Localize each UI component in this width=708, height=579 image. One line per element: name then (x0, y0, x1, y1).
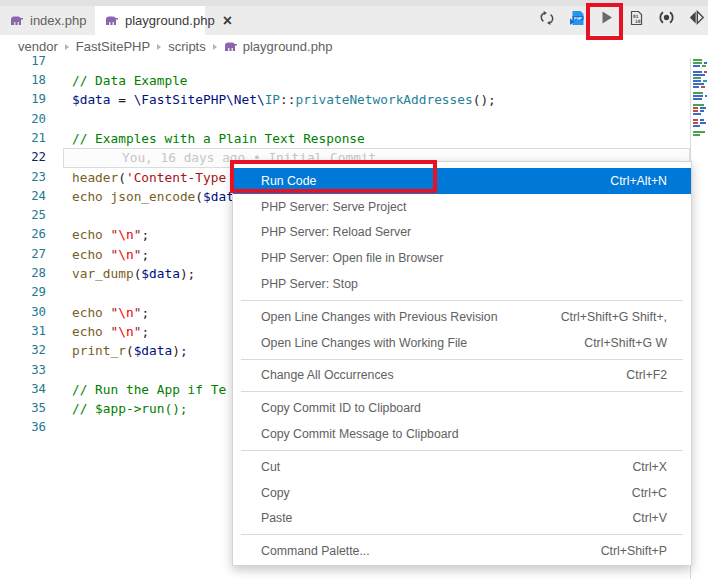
php-file-icon (105, 15, 119, 27)
line-number: 23 (0, 168, 46, 187)
line-content: // Data Example (72, 71, 188, 90)
menu-item-label: Copy Commit Message to Clipboard (261, 427, 459, 441)
line-number: 21 (0, 129, 46, 148)
menu-item-label: PHP Server: Open file in Browser (261, 251, 443, 265)
line-number: 36 (0, 418, 46, 437)
menu-item-copy-commit-id-to-clipboard[interactable]: Copy Commit ID to Clipboard (233, 395, 691, 421)
php-file-icon (224, 41, 238, 53)
menu-separator (241, 391, 683, 392)
line-number: 33 (0, 361, 46, 380)
line-number: 17 (0, 52, 46, 71)
menu-item-shortcut: Ctrl+Shift+P (601, 544, 667, 558)
line-number: 31 (0, 322, 46, 341)
context-menu: Run CodeCtrl+Alt+NPHP Server: Serve Proj… (232, 161, 692, 566)
chevron-right-icon (157, 44, 161, 50)
menu-item-label: Open Line Changes with Previous Revision (261, 310, 498, 324)
line-number: 24 (0, 187, 46, 206)
menu-item-copy[interactable]: CopyCtrl+C (233, 480, 691, 506)
menu-item-label: Copy Commit ID to Clipboard (261, 401, 421, 415)
menu-item-label: Change All Occurrences (261, 368, 394, 382)
chevron-right-icon (213, 44, 217, 50)
line-number: 18 (0, 71, 46, 90)
line-content: header('Content-Type (72, 168, 226, 187)
tab-index-php[interactable]: index.php (0, 6, 95, 35)
line-content: echo "\n"; (72, 322, 149, 341)
line-content: echo "\n"; (72, 225, 149, 244)
menu-item-cut[interactable]: CutCtrl+X (233, 454, 691, 480)
line-number: 27 (0, 245, 46, 264)
menu-item-change-all-occurrences[interactable]: Change All OccurrencesCtrl+F2 (233, 363, 691, 389)
menu-separator (241, 450, 683, 451)
line-number: 20 (0, 110, 46, 129)
line-content: echo json_encode($dat (72, 187, 234, 206)
annotation-box-run-code (230, 160, 437, 193)
menu-item-php-server-stop[interactable]: PHP Server: Stop (233, 271, 691, 297)
menu-separator (241, 359, 683, 360)
line-number: 30 (0, 303, 46, 322)
line-number: 19 (0, 90, 46, 109)
menu-item-label: PHP Server: Serve Project (261, 200, 406, 214)
svg-text:10: 10 (635, 18, 641, 23)
code-line-21[interactable]: 21// Examples with a Plain Text Response (0, 129, 708, 148)
line-content: // $app->run(); (72, 399, 188, 418)
chevron-right-icon (65, 44, 69, 50)
line-number: 29 (0, 283, 46, 302)
menu-item-label: PHP Server: Reload Server (261, 225, 411, 239)
close-icon[interactable]: × (223, 13, 232, 29)
tab-label: playground.php (125, 13, 215, 28)
menu-item-copy-commit-message-to-clipboard[interactable]: Copy Commit Message to Clipboard (233, 421, 691, 447)
php-server-run-icon[interactable]: PHP (567, 8, 586, 27)
code-line-18[interactable]: 18// Data Example (0, 71, 708, 90)
menu-item-paste[interactable]: PasteCtrl+V (233, 506, 691, 532)
menu-item-shortcut: Ctrl+X (632, 460, 667, 474)
line-number: 26 (0, 225, 46, 244)
menu-separator (241, 300, 683, 301)
tab-playground-php[interactable]: playground.php × (95, 6, 205, 35)
menu-item-php-server-open-file-in-browser[interactable]: PHP Server: Open file in Browser (233, 245, 691, 271)
menu-item-label: Copy (261, 486, 290, 500)
menu-item-label: PHP Server: Stop (261, 277, 358, 291)
line-content: $data = \FastSitePHP\Net\IP::privateNetw… (72, 90, 496, 109)
menu-item-open-line-changes-with-working-file[interactable]: Open Line Changes with Working FileCtrl+… (233, 330, 691, 356)
menu-item-label: Command Palette... (261, 544, 370, 558)
menu-item-shortcut: Ctrl+V (632, 511, 667, 525)
preview-icon[interactable] (657, 8, 676, 27)
line-content: echo "\n"; (72, 303, 149, 322)
menu-item-label: Cut (261, 460, 280, 474)
menu-separator (241, 534, 683, 535)
menu-item-command-palette[interactable]: Command Palette...Ctrl+Shift+P (233, 538, 691, 564)
menu-item-shortcut: Ctrl+Shift+G Shift+, (561, 310, 667, 324)
menu-item-open-line-changes-with-previous-revision[interactable]: Open Line Changes with Previous Revision… (233, 304, 691, 330)
line-number: 35 (0, 399, 46, 418)
menu-item-php-server-serve-project[interactable]: PHP Server: Serve Project (233, 194, 691, 220)
line-number: 28 (0, 264, 46, 283)
svg-text:PHP: PHP (574, 16, 582, 20)
annotation-box-play (586, 3, 623, 40)
split-editor-icon[interactable] (687, 8, 706, 27)
sync-icon[interactable] (537, 8, 556, 27)
minimap[interactable] (690, 58, 708, 579)
line-number: 32 (0, 341, 46, 360)
line-number: 34 (0, 380, 46, 399)
menu-item-label: Paste (261, 511, 292, 525)
line-content: var_dump($data); (72, 264, 195, 283)
menu-item-php-server-reload-server[interactable]: PHP Server: Reload Server (233, 220, 691, 246)
menu-item-shortcut: Ctrl+C (632, 486, 667, 500)
line-content: // Examples with a Plain Text Response (72, 129, 365, 148)
menu-item-shortcut: Ctrl+Alt+N (610, 174, 667, 188)
code-line-19[interactable]: 19$data = \FastSitePHP\Net\IP::privateNe… (0, 90, 708, 109)
menu-item-label: Open Line Changes with Working File (261, 336, 467, 350)
php-file-icon (10, 15, 24, 27)
tab-label: index.php (30, 13, 86, 28)
line-content: // Run the App if Te (72, 380, 226, 399)
line-content: echo "\n"; (72, 245, 149, 264)
binary-file-icon[interactable]: 01 10 (627, 8, 646, 27)
menu-item-shortcut: Ctrl+Shift+G W (584, 336, 667, 350)
line-number: 22 (0, 148, 46, 167)
menu-item-shortcut: Ctrl+F2 (626, 368, 667, 382)
line-number: 25 (0, 206, 46, 225)
code-line-20[interactable]: 20 (0, 110, 708, 129)
code-line-17[interactable]: 17 (0, 52, 708, 71)
line-content: print_r($data); (72, 341, 188, 360)
